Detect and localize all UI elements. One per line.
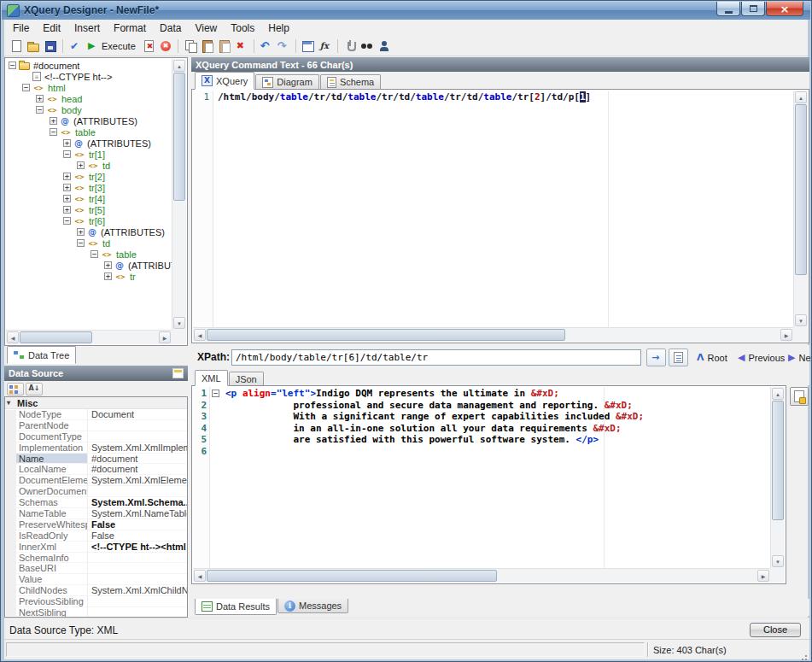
scroll-up-button[interactable]: ▲ xyxy=(173,60,185,72)
property-row[interactable]: LocalName#document xyxy=(5,464,187,475)
property-row[interactable]: OwnerDocument xyxy=(5,486,187,497)
paste-text-button[interactable] xyxy=(216,38,233,55)
results-editor[interactable]: 1−<p align="left">Indigo DQM represents … xyxy=(191,385,786,584)
tree-expander[interactable]: + xyxy=(63,139,71,147)
scrollbar-thumb[interactable] xyxy=(207,570,497,582)
property-row[interactable]: Value xyxy=(5,574,187,585)
function-fx-button[interactable] xyxy=(317,38,334,55)
xpath-input[interactable] xyxy=(231,349,641,366)
tree-expander[interactable]: + xyxy=(63,173,71,180)
tree-expander[interactable]: − xyxy=(9,62,16,69)
categorized-view-button[interactable] xyxy=(7,383,24,395)
tree-expander[interactable]: − xyxy=(22,84,30,91)
menu-view[interactable]: View xyxy=(188,21,224,36)
attach-button[interactable] xyxy=(342,38,359,55)
tree-node-html[interactable]: −<>html xyxy=(6,82,172,93)
stop-query-button[interactable] xyxy=(140,38,157,55)
tree-node-head[interactable]: +<>head xyxy=(6,93,172,104)
save-file-button[interactable] xyxy=(42,38,59,55)
alphabetical-sort-button[interactable]: A↓ xyxy=(26,383,43,395)
scroll-down-button[interactable]: ▼ xyxy=(173,317,185,329)
menu-format[interactable]: Format xyxy=(107,21,153,36)
property-row[interactable]: DocumentType xyxy=(5,431,187,442)
menu-edit[interactable]: Edit xyxy=(36,21,67,36)
paste-button[interactable] xyxy=(199,38,216,55)
tree-node-attributes[interactable]: +@(ATTRIBUTES) xyxy=(6,260,172,271)
tree-node-document[interactable]: −#document xyxy=(6,60,172,71)
property-row[interactable]: PreviousSibling xyxy=(5,596,187,607)
tree-node-attributes[interactable]: +@(ATTRIBUTES) xyxy=(6,115,172,126)
tree-expander[interactable]: + xyxy=(63,206,71,214)
scroll-left-button[interactable]: ◀ xyxy=(194,329,206,341)
tree-node-tr[interactable]: +<>tr xyxy=(6,271,172,282)
fold-collapse-icon[interactable]: − xyxy=(212,390,219,397)
minimize-button[interactable] xyxy=(716,2,740,16)
tab-xml[interactable]: XML xyxy=(195,370,228,386)
tree-node-tr3[interactable]: +<>tr[3] xyxy=(6,182,172,193)
scroll-down-button[interactable]: ▼ xyxy=(795,314,807,326)
tree-node-td[interactable]: −<>td xyxy=(6,237,172,249)
scroll-right-button[interactable]: ▶ xyxy=(757,570,769,582)
property-category[interactable]: ▾ Misc xyxy=(5,397,187,409)
property-row[interactable]: NameTableSystem.Xml.NameTable xyxy=(5,508,187,519)
close-window-button[interactable]: × xyxy=(766,2,803,16)
tree-expander[interactable]: − xyxy=(36,106,44,114)
tree-node-tr2[interactable]: +<>tr[2] xyxy=(6,171,172,182)
profile-button[interactable] xyxy=(376,38,393,55)
scrollbar-thumb[interactable] xyxy=(207,329,565,341)
tree-expander[interactable]: + xyxy=(36,95,44,103)
property-row[interactable]: ChildNodesSystem.Xml.XmlChildNod xyxy=(5,585,187,596)
tab-json[interactable]: JSon xyxy=(229,372,264,385)
undo-button[interactable] xyxy=(258,38,275,55)
xpath-view-button[interactable] xyxy=(669,349,688,366)
property-row[interactable]: PreserveWhitespacFalse xyxy=(5,519,187,530)
scrollbar-thumb[interactable] xyxy=(20,331,92,343)
tree-node-ctypeht[interactable]: <!--CTYPE ht--> xyxy=(6,71,172,82)
validate-check-button[interactable] xyxy=(67,38,84,55)
tree-node-tr1[interactable]: −<>tr[1] xyxy=(6,149,172,160)
maximize-button[interactable] xyxy=(741,2,765,16)
scrollbar-thumb[interactable] xyxy=(772,401,784,520)
tree-expander[interactable]: − xyxy=(91,250,98,258)
property-row[interactable]: SchemaInfo xyxy=(5,553,187,564)
menu-file[interactable]: File xyxy=(6,21,36,36)
menu-insert[interactable]: Insert xyxy=(67,21,107,36)
property-row[interactable]: NextSibling xyxy=(5,607,187,618)
property-row[interactable]: ParentNode xyxy=(5,420,187,431)
data-tree-panel[interactable]: −#document<!--CTYPE ht-->−<>html+<>head−… xyxy=(4,57,188,346)
tree-expander[interactable]: + xyxy=(104,261,112,269)
tree-expander[interactable]: + xyxy=(77,228,85,236)
copy-button[interactable] xyxy=(182,38,199,55)
tree-expander[interactable]: − xyxy=(77,239,85,247)
tab-data-results[interactable]: Data Results xyxy=(195,599,277,615)
tab-xquery[interactable]: XQuery xyxy=(195,72,254,90)
redo-button[interactable] xyxy=(275,38,292,55)
scroll-right-button[interactable]: ▶ xyxy=(159,331,171,343)
tree-expander[interactable]: + xyxy=(63,184,71,191)
scrollbar-thumb[interactable] xyxy=(173,73,185,201)
category-collapse-icon[interactable]: ▾ xyxy=(7,397,10,409)
tree-node-attributes[interactable]: +@(ATTRIBUTES) xyxy=(6,226,172,237)
xquery-editor[interactable]: 1 /html/body/table/tr/td/table/tr/td/tab… xyxy=(191,89,809,343)
tree-expander[interactable]: + xyxy=(50,117,57,125)
scroll-left-button[interactable]: ◀ xyxy=(7,331,19,343)
scroll-right-button[interactable]: ▶ xyxy=(780,329,792,341)
tree-node-tr4[interactable]: +<>tr[4] xyxy=(6,193,172,204)
delete-button[interactable] xyxy=(233,38,250,55)
tree-expander[interactable]: + xyxy=(63,195,71,202)
scroll-up-button[interactable]: ▲ xyxy=(772,388,784,400)
property-row[interactable]: DocumentElementSystem.Xml.XmlElement xyxy=(5,475,187,486)
tree-node-body[interactable]: −<>body xyxy=(6,104,172,115)
find-button[interactable] xyxy=(359,38,376,55)
tree-expander[interactable]: + xyxy=(104,272,112,280)
new-file-button[interactable] xyxy=(8,38,25,55)
property-grid[interactable]: ▾ Misc NodeTypeDocumentParentNodeDocumen… xyxy=(4,396,188,618)
property-row[interactable]: SchemasSystem.Xml.Schema... xyxy=(5,497,187,508)
tree-node-td[interactable]: +<>td xyxy=(6,160,172,171)
property-row[interactable]: Name#document xyxy=(5,454,187,465)
tab-data-tree[interactable]: Data Tree xyxy=(7,346,76,364)
tree-node-table[interactable]: −<>table xyxy=(6,249,172,260)
next-button[interactable]: Next xyxy=(783,349,812,366)
previous-button[interactable]: Previous xyxy=(733,349,790,366)
export-results-button[interactable] xyxy=(790,387,809,406)
